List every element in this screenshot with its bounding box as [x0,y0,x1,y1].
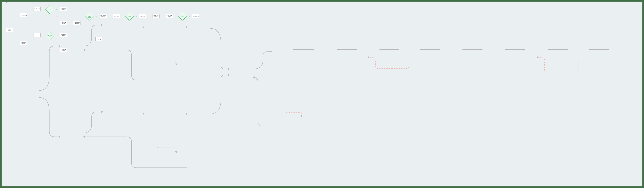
node-receive-confirmation[interactable]: Receive order confirmation [152,14,160,18]
decision-in-stock-2[interactable]: Is the item in stock? [47,33,53,39]
label-no: No [56,43,58,44]
node-place-order[interactable]: Place order [139,14,146,18]
node-browse-watches[interactable]: Browse luxury watches [20,40,27,45]
label-yes: Yes [56,9,58,10]
label-yes: Yes [95,16,98,17]
node-enter-shipping[interactable]: Enter shipping information [73,21,80,26]
edges [2,2,642,186]
label-no: No [94,28,96,28]
node-checkout-2[interactable]: Proceed to checkout [60,33,67,37]
label-yes: Yes [188,16,190,17]
label-no: No [56,16,58,17]
node-review-order[interactable]: Review order [113,14,120,18]
frame-title: User flow [2,2,6,3]
node-add-to-cart-1[interactable]: Add item to cart [33,6,40,11]
node-leave-review[interactable]: Leave a review [192,14,199,18]
node-browse-jewelry[interactable]: Browse jewelry [20,13,27,18]
label-no: No [178,20,180,22]
node-track-status[interactable]: Track order status [166,14,173,18]
label-yes: Yes [56,35,58,36]
label-no: No [122,18,124,20]
decision-everything-correct[interactable]: Is everything correct? [126,13,132,19]
node-add-to-cart-2[interactable]: Add item to cart [33,33,40,37]
decision-in-stock-1[interactable]: Is the item in stock? [47,6,53,12]
node-checkout-1[interactable]: Proceed to checkout [60,6,67,11]
node-visit-website[interactable]: Visit the website [6,28,13,32]
decision-shipping-correct[interactable]: Is the shipping address correct? [86,13,93,19]
diagram-frame: User flow [2,2,642,186]
node-enter-payment[interactable]: Enter payment information [100,14,107,18]
node-remove-cart-2[interactable]: Remove item from cart [60,48,67,52]
node-update-shipping[interactable]: Update shipping address [96,37,103,41]
decision-order-delivered[interactable]: Is the order delivered? [180,13,186,19]
label-yes: Yes [135,16,137,17]
node-remove-cart-1[interactable]: Remove item from cart [60,21,67,26]
